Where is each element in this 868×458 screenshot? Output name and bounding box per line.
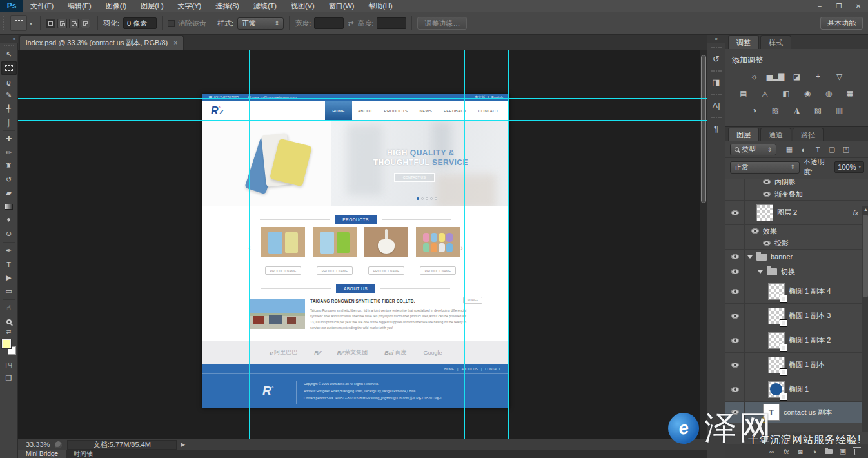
- tab-paths[interactable]: 路径: [793, 128, 824, 141]
- color-lookup-icon[interactable]: ▦: [842, 88, 858, 99]
- new-adjustment-layer-icon[interactable]: ◑: [811, 448, 818, 455]
- menubar-item[interactable]: 文字(Y): [171, 0, 209, 12]
- color-balance-icon[interactable]: ◬: [757, 88, 773, 99]
- visibility-eye-icon[interactable]: [731, 254, 739, 259]
- subtract-selection-mode-button[interactable]: [69, 19, 79, 28]
- brush-tool[interactable]: ✏: [1, 146, 17, 159]
- visibility-eye-icon[interactable]: [763, 241, 771, 246]
- options-grip[interactable]: [3, 16, 6, 30]
- guide-vertical[interactable]: [249, 50, 250, 439]
- layer-filter-type-select[interactable]: 类型⇕: [730, 144, 776, 155]
- delete-layer-icon[interactable]: [853, 447, 861, 455]
- site-logo[interactable]: R°⁄⁄⁄: [211, 106, 221, 116]
- lasso-tool[interactable]: ϱ: [1, 75, 17, 88]
- layer-row[interactable]: 椭圆 1: [725, 377, 868, 402]
- feather-input[interactable]: 0 像素: [123, 17, 157, 29]
- site-nav-news[interactable]: NEWS: [413, 101, 438, 121]
- layer-thumbnail[interactable]: [768, 308, 785, 324]
- rongwei-logo[interactable]: R⁄⁄: [314, 350, 321, 356]
- menubar-item[interactable]: 图像(I): [99, 0, 133, 12]
- layer-style-icon[interactable]: fx: [782, 448, 790, 455]
- lang-option[interactable]: English: [491, 95, 503, 100]
- layer-fx-badge[interactable]: fx: [853, 209, 858, 217]
- new-selection-mode-button[interactable]: [46, 19, 55, 28]
- alibaba-logo[interactable]: ℯ阿里巴巴: [270, 348, 298, 357]
- pen-tool[interactable]: ✒: [1, 244, 17, 257]
- site-language-switch[interactable]: 中文版|English: [475, 95, 503, 100]
- visibility-eye-icon[interactable]: [731, 363, 739, 368]
- menubar-item[interactable]: 选择(S): [208, 0, 246, 12]
- filter-type-icon[interactable]: T: [812, 144, 824, 155]
- visibility-eye-icon[interactable]: [731, 269, 739, 274]
- guide-vertical[interactable]: [464, 50, 465, 439]
- opacity-value[interactable]: 100%▾: [834, 161, 864, 173]
- gradient-map-icon[interactable]: ▧: [811, 105, 826, 115]
- guide-vertical[interactable]: [515, 50, 515, 439]
- guide-horizontal[interactable]: [18, 98, 707, 99]
- swap-colors-icon[interactable]: ⇄: [6, 328, 12, 336]
- screen-mode-button[interactable]: ❐: [1, 372, 17, 385]
- workspace-switcher-button[interactable]: 基本功能: [820, 17, 863, 30]
- photoshop-logo[interactable]: Ps: [0, 0, 23, 12]
- quick-mask-button[interactable]: ◳: [1, 358, 17, 372]
- width-input[interactable]: [314, 17, 344, 29]
- style-select[interactable]: 正常⇕: [237, 17, 284, 30]
- filter-shape-icon[interactable]: ▢: [826, 144, 838, 155]
- tab-layers[interactable]: 图层: [728, 128, 759, 141]
- site-nav-contact[interactable]: CONTACT: [473, 101, 504, 121]
- visibility-eye-icon[interactable]: [763, 192, 771, 197]
- document-size-info[interactable]: 文档:5.77M/85.4M: [67, 440, 177, 450]
- threshold-icon[interactable]: ◮: [789, 105, 805, 115]
- tab-styles[interactable]: 样式: [760, 35, 791, 49]
- history-panel-icon[interactable]: ↺: [709, 51, 724, 66]
- path-selection-tool[interactable]: ▶: [1, 271, 17, 284]
- visibility-eye-icon[interactable]: [731, 387, 739, 392]
- close-button[interactable]: ✕: [849, 0, 868, 12]
- canvas-vertical-scrollbar[interactable]: [700, 50, 707, 439]
- document-close-icon[interactable]: ×: [173, 39, 177, 46]
- product-card[interactable]: PRODUCT NAME: [313, 227, 357, 275]
- slider-dot[interactable]: [430, 197, 433, 200]
- guide-vertical[interactable]: [508, 50, 509, 439]
- group-expand-triangle[interactable]: [758, 270, 763, 274]
- visibility-eye-icon[interactable]: [731, 210, 739, 215]
- slider-dot[interactable]: [426, 197, 428, 200]
- swap-dimensions-icon[interactable]: ⇄: [348, 19, 353, 28]
- minimize-button[interactable]: –: [810, 0, 829, 12]
- visibility-eye-icon[interactable]: [751, 228, 759, 234]
- character-panel-icon[interactable]: A|: [709, 97, 724, 113]
- menubar-item[interactable]: 编辑(E): [61, 0, 99, 12]
- visibility-eye-icon[interactable]: [731, 314, 739, 319]
- product-name-button[interactable]: PRODUCT NAME: [420, 266, 456, 275]
- site-nav-products[interactable]: PRODUCTS: [379, 101, 414, 121]
- group-expand-triangle[interactable]: [747, 255, 753, 259]
- new-group-icon[interactable]: [825, 449, 833, 454]
- tab-channels[interactable]: 通道: [760, 128, 791, 141]
- menubar-item[interactable]: 帮助(H): [361, 0, 399, 12]
- layer-thumbnail[interactable]: [768, 332, 785, 349]
- vibrance-icon[interactable]: ▽: [832, 71, 847, 82]
- layer-thumbnail[interactable]: [768, 283, 785, 300]
- layer-row[interactable]: 椭圆 1 副本 3: [725, 304, 868, 328]
- layer-thumbnail[interactable]: [768, 381, 785, 398]
- layers-scrollbar[interactable]: ▲: [862, 179, 868, 432]
- visibility-eye-icon[interactable]: [763, 179, 771, 184]
- zoom-tool[interactable]: [1, 315, 17, 328]
- layer-group-row[interactable]: 切换: [725, 264, 868, 279]
- slider-dot[interactable]: [421, 197, 424, 200]
- photo-filter-icon[interactable]: ◉: [800, 88, 815, 99]
- guide-vertical[interactable]: [202, 50, 202, 439]
- paragraph-panel-icon[interactable]: ¶: [709, 121, 724, 136]
- current-tool-icon[interactable]: [10, 15, 27, 31]
- spot-healing-brush-tool[interactable]: ✚: [1, 132, 17, 146]
- brightness-contrast-icon[interactable]: ☼: [747, 71, 762, 82]
- banner-contact-button[interactable]: CONTACT US: [394, 173, 435, 182]
- tab-adjustments[interactable]: 调整: [728, 35, 759, 49]
- dodge-tool[interactable]: ⊙: [1, 227, 17, 241]
- layer-thumbnail[interactable]: T⚠: [763, 404, 780, 421]
- add-layer-mask-icon[interactable]: ◙: [796, 448, 804, 455]
- products-next-arrow[interactable]: ›: [460, 244, 463, 252]
- visibility-eye-icon[interactable]: [731, 410, 739, 415]
- channel-mixer-icon[interactable]: ◍: [821, 88, 836, 99]
- layer-effect-row[interactable]: 内阴影: [725, 179, 868, 188]
